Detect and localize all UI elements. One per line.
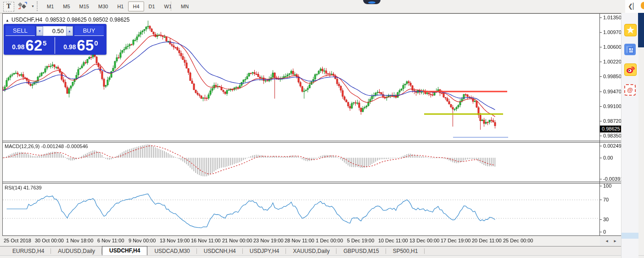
price-axis-tick: 0.99100 — [600, 103, 624, 109]
sell-price-display[interactable]: 0.98 62 5 — [4, 36, 55, 55]
browser-edge-strip — [638, 13, 644, 47]
macd-values: -0.001248 -0.000546 — [41, 143, 88, 149]
time-axis-label: 30 Oct 00:00 — [35, 238, 64, 243]
time-axis-label: 20 Dec 11:00 — [472, 238, 502, 243]
time-axis-label: 13 Nov 19:00 — [160, 238, 190, 243]
chart-tab-bar: EURUSD,H4 AUDUSD,Daily USDCHF,H4 USDCAD,… — [0, 246, 625, 255]
time-axis-label: 6 Nov 11:00 — [97, 238, 124, 243]
rsi-axis-tick: 70 — [600, 196, 624, 203]
sell-button[interactable]: SELL — [6, 26, 35, 36]
rsi-axis-tick: 0 — [600, 229, 624, 235]
sell-price-pip-digit: 5 — [43, 39, 46, 47]
sell-price-prefix: 0.98 — [12, 43, 24, 51]
scroll-left-icon[interactable]: ◂ — [604, 238, 610, 244]
mail-at-icon[interactable]: @ — [624, 84, 636, 96]
macd-axis-tick: 0.00 — [600, 155, 624, 161]
rsi-axis-tick: 30 — [600, 216, 624, 223]
time-axis-label: 1 Dec 00:00 — [316, 238, 343, 243]
macd-indicator-label: MACD(12,26,9) -0.001248 -0.000546 — [5, 143, 88, 149]
tab-usdchf-h4[interactable]: USDCHF,H4 — [102, 246, 147, 255]
time-axis-label: 25 Dec 00:00 — [503, 238, 533, 243]
pane-border — [2, 235, 621, 236]
buy-price-big-digits: 65 — [77, 39, 94, 52]
time-axis-label: 16 Nov 11:00 — [191, 238, 221, 243]
buy-button[interactable]: BUY — [74, 26, 104, 36]
chart-symbol-label: USDCHF,H4 — [11, 17, 42, 23]
mt4-window: T ▼ M1 M5 M15 M30 H1 H4 D1 W1 MN — [0, 0, 644, 258]
browser-sidebar: @ — [621, 13, 638, 258]
price-axis-tick: 1.00970 — [600, 29, 624, 35]
price-axis-tick: 0.99850 — [600, 73, 624, 80]
price-axis-tick: 0.99470 — [600, 88, 624, 95]
weibo-icon[interactable] — [624, 63, 637, 76]
macd-axis-tick: -0.003913 — [600, 176, 624, 182]
tab-usdcnh-h4[interactable]: USDCNH,H4 — [197, 247, 243, 255]
price-axis-tick: 0.98350 — [600, 132, 624, 139]
svg-text:@: @ — [627, 86, 633, 93]
rsi-axis-tick: 100 — [600, 183, 624, 189]
time-axis-label: 10 Dec 11:00 — [378, 238, 408, 243]
time-axis-label: 1 Nov 18:00 — [66, 238, 93, 243]
tab-sp500-h1[interactable]: SP500,H1 — [386, 247, 425, 255]
macd-axis-tick: 0.002492 — [600, 143, 624, 149]
chart-ohlc-values: 0.98532 0.98625 0.98502 0.98625 — [45, 17, 130, 23]
tab-audusd-daily[interactable]: AUDUSD,Daily — [51, 247, 102, 255]
time-axis-label: 25 Oct 2018 — [4, 238, 31, 243]
time-axis-label: 9 Nov 00:00 — [129, 238, 156, 243]
favorites-star-icon[interactable] — [624, 24, 637, 36]
pane-border[interactable] — [2, 182, 621, 182]
one-click-trading-panel: SELL ▼ ▲ BUY 0.98 62 5 0.98 65 0 — [4, 24, 106, 55]
scroll-right-icon[interactable]: ▸ — [612, 238, 618, 244]
time-axis-label: 28 Nov 11:00 — [285, 238, 314, 243]
buy-price-pip-digit: 0 — [94, 39, 98, 47]
price-axis-tick: 0.98720 — [600, 118, 624, 124]
pane-border[interactable] — [2, 141, 621, 141]
tab-usdjpy-h4[interactable]: USDJPY,H4 — [243, 247, 286, 255]
sidebar-partial-banner — [622, 233, 638, 239]
price-axis-tick: 1.01350 — [600, 14, 624, 21]
sell-price-big-digits: 62 — [26, 39, 43, 52]
time-axis-label: 23 Nov 19:00 — [253, 238, 283, 243]
time-axis-label: 21 Nov 00:00 — [222, 238, 252, 243]
rsi-indicator-label: RSI(14) 41.7639 — [5, 185, 42, 190]
chart-collapse-icon[interactable]: ▲ — [6, 18, 9, 23]
current-price-tag: 0.98625 — [600, 126, 623, 132]
macd-name: MACD(12,26,9) — [5, 143, 39, 149]
pane-border — [2, 142, 621, 143]
price-axis-tick: 1.00220 — [600, 58, 624, 65]
chart-title: ▲USDCHF,H4 0.98532 0.98625 0.98502 0.986… — [6, 17, 129, 23]
tab-usdcad-m30[interactable]: USDCAD,M30 — [147, 247, 196, 255]
rsi-value: 41.7639 — [23, 185, 42, 190]
buy-price-display[interactable]: 0.98 65 0 — [55, 36, 106, 55]
time-axis-label: 5 Dec 19:00 — [347, 238, 374, 243]
rsi-name: RSI(14) — [5, 185, 22, 190]
buy-price-prefix: 0.98 — [63, 43, 76, 51]
volume-input[interactable] — [43, 26, 66, 36]
news-feed-icon[interactable] — [624, 44, 636, 55]
time-axis-label: 13 Dec 00:00 — [409, 238, 439, 243]
pane-border — [2, 183, 621, 183]
price-axis-tick: 1.00600 — [600, 44, 624, 50]
tab-eurusd-h4[interactable]: EURUSD,H4 — [6, 247, 51, 255]
tab-xauusd-daily[interactable]: XAUUSD,Daily — [286, 247, 336, 255]
time-axis-label: 17 Dec 19:00 — [441, 238, 470, 243]
time-axis-corner: ◂ ▸ — [600, 236, 621, 246]
volume-increase-button[interactable]: ▲ — [66, 26, 73, 36]
tab-gbpusd-m15[interactable]: GBPUSD,M15 — [336, 247, 386, 255]
volume-decrease-button[interactable]: ▼ — [36, 26, 43, 36]
